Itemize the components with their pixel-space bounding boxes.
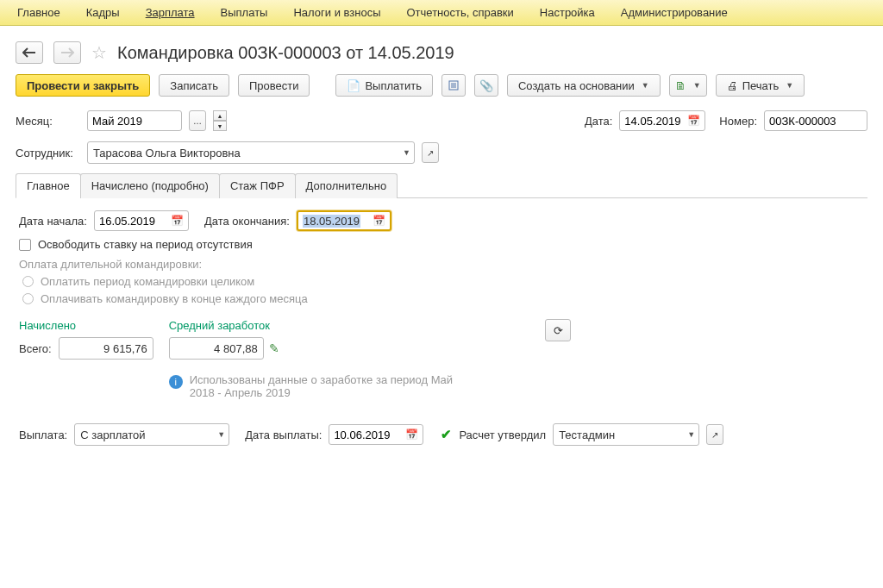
tab-additional[interactable]: Дополнительно: [295, 173, 398, 198]
attach-icon-button[interactable]: 📎: [474, 74, 498, 97]
main-menu: Главное Кадры Зарплата Выплаты Налоги и …: [0, 0, 883, 26]
extra-action-button[interactable]: 🗎▼: [669, 74, 707, 97]
refresh-icon: ⟳: [554, 324, 563, 337]
info-box: i Использованы данные о заработке за пер…: [169, 373, 479, 399]
number-input[interactable]: [764, 110, 867, 131]
save-button[interactable]: Записать: [159, 74, 229, 97]
release-rate-label: Освободить ставку на период отсутствия: [38, 238, 253, 251]
menu-reports[interactable]: Отчетность, справки: [407, 6, 514, 19]
tab-main[interactable]: Главное: [16, 173, 81, 198]
post-and-close-button[interactable]: Провести и закрыть: [16, 74, 150, 97]
nav-back-button[interactable]: [16, 41, 43, 64]
release-rate-checkbox[interactable]: [19, 239, 31, 251]
avg-value: 4 807,88: [169, 337, 264, 360]
paperclip-icon: 📎: [479, 79, 493, 92]
payout-value: С зарплатой: [80, 428, 145, 441]
month-spinner[interactable]: ▲ ▼: [213, 110, 227, 131]
paydate-input[interactable]: 📅: [329, 424, 423, 445]
list-icon: [448, 79, 460, 91]
menu-settings[interactable]: Настройка: [540, 6, 595, 19]
menu-payments[interactable]: Выплаты: [221, 6, 268, 19]
total-value: 9 615,76: [59, 337, 153, 360]
info-icon: i: [169, 375, 183, 389]
list-icon-button[interactable]: [442, 74, 466, 97]
approver-open-button[interactable]: ↗: [706, 424, 723, 445]
start-date-label: Дата начала:: [19, 215, 87, 228]
tab-content: Дата начала: 📅 Дата окончания: 18.05.201…: [0, 198, 883, 458]
long-trip-header: Оплата длительной командировки:: [19, 258, 864, 271]
radio-whole-label: Оплатить период командировки целиком: [41, 275, 254, 288]
paydate-label: Дата выплаты:: [245, 428, 322, 441]
tab-accrued-detail[interactable]: Начислено (подробно): [80, 173, 220, 198]
calc-section: Начислено Всего: 9 615,76 Средний зарабо…: [19, 319, 864, 399]
document-plus-icon: 🗎: [675, 79, 686, 92]
favorite-star-icon[interactable]: ☆: [91, 42, 107, 63]
pay-button[interactable]: 📄 Выплатить: [335, 74, 433, 97]
calendar-icon[interactable]: 📅: [373, 215, 385, 227]
approved-check-icon[interactable]: ✔: [441, 427, 452, 442]
calendar-icon[interactable]: 📅: [687, 115, 700, 127]
employee-input[interactable]: Тарасова Ольга Викторовна ▼: [87, 141, 415, 164]
accrued-header: Начислено: [19, 319, 153, 332]
pencil-icon[interactable]: ✎: [269, 341, 279, 355]
calendar-icon[interactable]: 📅: [171, 215, 184, 227]
menu-salary[interactable]: Зарплата: [146, 6, 195, 19]
post-button[interactable]: Провести: [238, 74, 310, 97]
refresh-button[interactable]: ⟳: [545, 319, 571, 341]
nav-forward-button[interactable]: [53, 41, 81, 64]
end-date-label: Дата окончания:: [204, 215, 290, 228]
payout-row: Выплата: С зарплатой ▼ Дата выплаты: 📅 ✔…: [19, 423, 864, 446]
number-label: Номер:: [719, 115, 757, 128]
chevron-down-icon: ▼: [642, 81, 649, 90]
spin-down-icon[interactable]: ▼: [213, 121, 227, 131]
row-month-date-number: Месяц: … ▲ ▼ Дата: 📅 Номер:: [0, 107, 883, 134]
total-label: Всего:: [19, 342, 52, 355]
month-picker-button[interactable]: …: [189, 110, 206, 131]
chevron-down-icon[interactable]: ▼: [217, 430, 225, 439]
menu-staff[interactable]: Кадры: [86, 6, 120, 19]
page-title: Командировка 00ЗК-000003 от 14.05.2019: [117, 43, 454, 63]
header: ☆ Командировка 00ЗК-000003 от 14.05.2019: [0, 26, 883, 74]
month-label: Месяц:: [16, 115, 80, 128]
menu-main[interactable]: Главное: [17, 6, 60, 19]
approved-label: Расчет утвердил: [459, 428, 546, 441]
employee-open-button[interactable]: ↗: [422, 142, 439, 163]
spin-up-icon[interactable]: ▲: [213, 110, 227, 121]
tab-pfr[interactable]: Стаж ПФР: [219, 173, 296, 198]
pay-button-label: Выплатить: [365, 79, 422, 92]
radio-monthly-label: Оплачивать командировку в конце каждого …: [41, 292, 308, 305]
payout-label: Выплата:: [19, 428, 67, 441]
tab-bar: Главное Начислено (подробно) Стаж ПФР До…: [16, 172, 867, 198]
approver-value: Тестадмин: [559, 428, 615, 441]
end-date-value: 18.05.2019: [303, 215, 360, 228]
calendar-icon[interactable]: 📅: [405, 428, 418, 441]
print-button[interactable]: 🖨 Печать▼: [716, 74, 805, 97]
menu-admin[interactable]: Администрирование: [621, 6, 728, 19]
chevron-down-icon[interactable]: ▼: [403, 148, 410, 157]
avg-header: Средний заработок: [169, 319, 479, 332]
row-employee: Сотрудник: Тарасова Ольга Викторовна ▼ ↗: [0, 138, 883, 167]
chevron-down-icon: ▼: [786, 81, 793, 90]
pay-icon: 📄: [347, 79, 360, 92]
create-on-basis-label: Создать на основании: [518, 79, 635, 92]
date-label: Дата:: [585, 115, 612, 128]
printer-icon: 🖨: [727, 79, 738, 92]
create-on-basis-button[interactable]: Создать на основании▼: [507, 74, 661, 97]
chevron-down-icon[interactable]: ▼: [687, 430, 695, 439]
end-date-input[interactable]: 18.05.2019 📅: [297, 210, 391, 231]
toolbar: Провести и закрыть Записать Провести 📄 В…: [0, 74, 883, 107]
radio-whole-period: [22, 276, 34, 287]
chevron-down-icon: ▼: [693, 81, 701, 90]
print-button-label: Печать: [742, 79, 780, 92]
start-date-input[interactable]: 📅: [94, 210, 189, 231]
employee-label: Сотрудник:: [16, 147, 80, 160]
radio-monthly: [22, 293, 34, 304]
menu-taxes[interactable]: Налоги и взносы: [293, 6, 380, 19]
date-input[interactable]: 📅: [619, 110, 705, 131]
info-text: Использованы данные о заработке за перио…: [190, 373, 479, 399]
payout-select[interactable]: С зарплатой ▼: [74, 423, 229, 446]
month-input[interactable]: [87, 110, 182, 131]
approver-select[interactable]: Тестадмин ▼: [553, 423, 699, 446]
employee-value: Тарасова Ольга Викторовна: [93, 147, 241, 160]
